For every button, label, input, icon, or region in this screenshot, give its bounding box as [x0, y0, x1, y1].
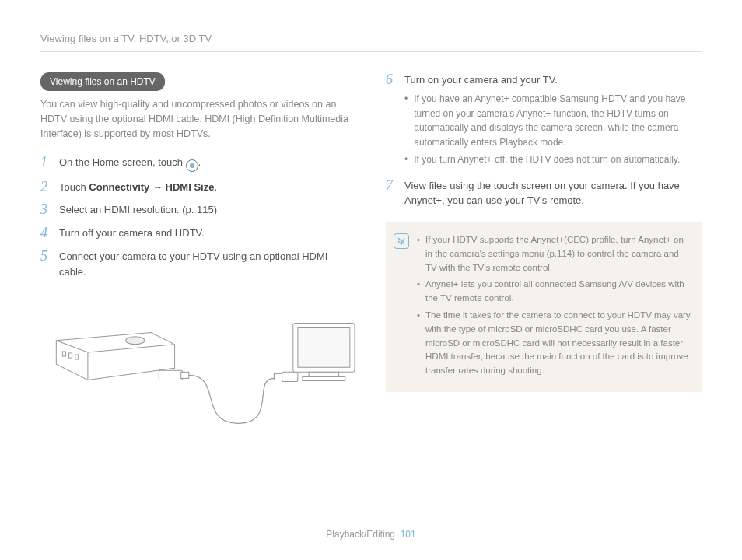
note-icon — [394, 233, 409, 249]
step-1-text-a: On the Home screen, touch — [59, 156, 186, 168]
svg-rect-10 — [309, 372, 339, 376]
svg-rect-9 — [298, 328, 350, 368]
step-2-text-b: . — [214, 181, 217, 193]
note-text: If your HDTV supports the Anynet+(CEC) p… — [425, 233, 691, 275]
step-number: 2 — [40, 180, 51, 195]
svg-rect-7 — [282, 372, 298, 381]
step-text: View files using the touch screen on you… — [404, 178, 702, 208]
bullet-icon: • — [417, 278, 420, 306]
step-2: 2 Touch Connectivity → HDMI Size. — [40, 180, 356, 195]
steps-list-left: 1 On the Home screen, touch . 2 Touch Co… — [40, 155, 356, 279]
svg-rect-5 — [181, 372, 189, 378]
substep: • If you have an Anynet+ compatible Sams… — [404, 92, 702, 149]
camera-hdmi-tv-illustration — [40, 301, 356, 436]
note-text: Anynet+ lets you control all connected S… — [425, 278, 691, 306]
bullet-icon: • — [417, 233, 420, 275]
bullet-icon: • — [417, 309, 420, 378]
step-4: 4 Turn off your camera and HDTV. — [40, 226, 356, 241]
svg-rect-2 — [69, 353, 72, 358]
note-item: • If your HDTV supports the Anynet+(CEC)… — [417, 233, 691, 275]
step-6-text: Turn on your camera and your TV. — [404, 74, 558, 86]
step-number: 7 — [386, 178, 397, 208]
step-text: Turn off your camera and HDTV. — [59, 226, 356, 241]
page-footer: Playback/Editing 101 — [0, 527, 742, 541]
step-number: 5 — [40, 249, 51, 279]
step-2-text-a: Touch — [59, 181, 89, 193]
svg-point-0 — [126, 337, 145, 345]
step-text: Turn on your camera and your TV. • If yo… — [404, 72, 702, 170]
note-item: • The time it takes for the camera to co… — [417, 309, 691, 378]
step-text: Select an HDMI resolution. (p. 115) — [59, 202, 356, 218]
intro-text: You can view high-quality and uncompress… — [40, 97, 356, 142]
left-column: Viewing files on an HDTV You can view hi… — [40, 72, 356, 440]
svg-rect-11 — [303, 376, 345, 380]
step-number: 1 — [40, 155, 51, 172]
step-text: Connect your camera to your HDTV using a… — [59, 249, 356, 279]
substep-text: If you turn Anynet+ off, the HDTV does n… — [414, 152, 680, 167]
step-3: 3 Select an HDMI resolution. (p. 115) — [40, 202, 356, 218]
step-number: 4 — [40, 226, 51, 241]
right-column: 6 Turn on your camera and your TV. • If … — [386, 72, 702, 440]
svg-rect-1 — [62, 352, 65, 356]
footer-section: Playback/Editing — [326, 529, 395, 540]
substep: • If you turn Anynet+ off, the HDTV does… — [404, 152, 702, 167]
content-columns: Viewing files on an HDTV You can view hi… — [40, 72, 702, 440]
step-1-text-b: . — [198, 156, 201, 168]
note-list: • If your HDTV supports the Anynet+(CEC)… — [417, 233, 691, 381]
bullet-icon: • — [404, 152, 408, 167]
note-item: • Anynet+ lets you control all connected… — [417, 278, 691, 306]
note-text: The time it takes for the camera to conn… — [425, 309, 691, 378]
home-icon — [186, 159, 198, 172]
step-6: 6 Turn on your camera and your TV. • If … — [386, 72, 702, 170]
page-header: Viewing files on a TV, HDTV, or 3D TV — [40, 31, 702, 52]
bullet-icon: • — [404, 92, 408, 149]
section-pill: Viewing files on an HDTV — [40, 72, 165, 91]
note-box: • If your HDTV supports the Anynet+(CEC)… — [386, 222, 702, 392]
step-6-substeps: • If you have an Anynet+ compatible Sams… — [404, 92, 702, 167]
svg-rect-3 — [75, 355, 79, 359]
substep-text: If you have an Anynet+ compatible Samsun… — [414, 92, 702, 149]
step-text: On the Home screen, touch . — [59, 155, 356, 172]
svg-rect-6 — [274, 373, 282, 380]
svg-rect-4 — [159, 370, 182, 380]
step-7: 7 View files using the touch screen on y… — [386, 178, 702, 208]
steps-list-right: 6 Turn on your camera and your TV. • If … — [386, 72, 702, 208]
step-number: 6 — [386, 72, 397, 170]
step-text: Touch Connectivity → HDMI Size. — [59, 180, 356, 195]
step-number: 3 — [40, 202, 51, 218]
step-2-bold: Connectivity → HDMI Size — [89, 181, 214, 193]
step-5: 5 Connect your camera to your HDTV using… — [40, 249, 356, 279]
page-number: 101 — [401, 529, 416, 540]
step-1: 1 On the Home screen, touch . — [40, 155, 356, 172]
